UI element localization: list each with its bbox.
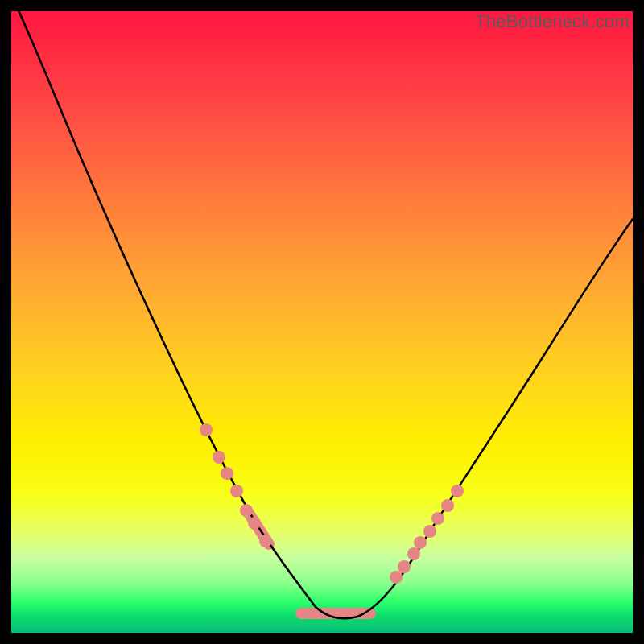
chart-frame	[11, 11, 633, 633]
svg-point-6	[259, 535, 272, 547]
svg-point-14	[451, 485, 464, 497]
svg-point-13	[441, 499, 454, 512]
svg-point-4	[240, 504, 253, 517]
svg-point-8	[398, 560, 411, 573]
bottleneck-curve-svg	[11, 11, 633, 633]
svg-point-3	[230, 485, 243, 497]
svg-point-12	[431, 512, 444, 525]
svg-point-11	[423, 525, 436, 538]
svg-point-5	[248, 517, 261, 530]
svg-point-7	[390, 571, 402, 584]
svg-point-1	[213, 451, 225, 464]
markers-right	[390, 485, 464, 584]
svg-point-2	[221, 467, 233, 480]
svg-point-10	[414, 536, 427, 549]
bottleneck-curve	[11, 0, 633, 618]
svg-point-0	[200, 423, 213, 436]
svg-point-9	[407, 547, 420, 560]
attribution-watermark: TheBottleneck.com	[475, 11, 630, 32]
